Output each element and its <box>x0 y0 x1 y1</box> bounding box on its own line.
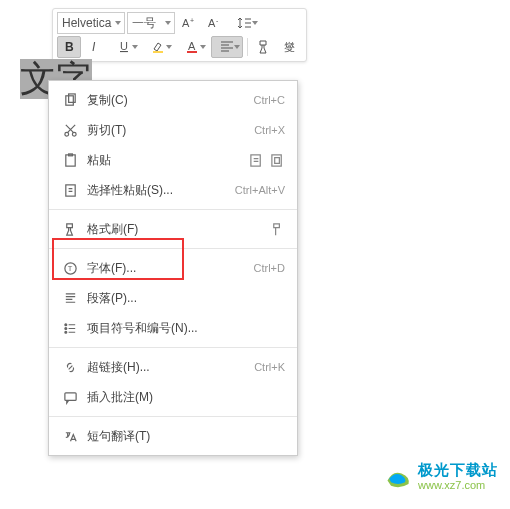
format-painter-button[interactable] <box>252 36 276 58</box>
svg-text:A: A <box>188 40 196 52</box>
svg-rect-11 <box>65 95 73 104</box>
menu-font[interactable]: T 字体(F)... Ctrl+D <box>49 253 297 283</box>
chevron-down-icon <box>252 21 258 25</box>
watermark-url: www.xz7.com <box>418 479 498 491</box>
svg-rect-9 <box>187 51 197 53</box>
font-family-select[interactable]: Helvetica <box>57 12 125 34</box>
svg-text:A: A <box>208 17 216 29</box>
menu-paste[interactable]: 粘贴 <box>49 145 297 175</box>
menu-bullets[interactable]: 项目符号和编号(N)... <box>49 313 297 343</box>
svg-text:B: B <box>65 40 74 54</box>
menu-label: 段落(P)... <box>81 290 285 307</box>
menu-format-painter[interactable]: 格式刷(F) <box>49 214 297 244</box>
menu-label: 超链接(H)... <box>81 359 254 376</box>
menu-separator <box>49 416 297 417</box>
menu-hyperlink[interactable]: 超链接(H)... Ctrl+K <box>49 352 297 382</box>
paste-options <box>249 153 285 168</box>
svg-point-24 <box>64 331 66 333</box>
menu-shortcut: Ctrl+X <box>254 124 285 136</box>
svg-point-14 <box>72 132 76 136</box>
svg-text:I: I <box>92 40 96 54</box>
paste-option-icon[interactable] <box>270 153 285 168</box>
highlight-color-button[interactable] <box>143 36 175 58</box>
menu-label: 粘贴 <box>81 152 249 169</box>
brush-icon <box>59 222 81 237</box>
menu-label: 格式刷(F) <box>81 221 270 238</box>
menu-shortcut: Ctrl+D <box>254 262 285 274</box>
list-icon <box>59 321 81 336</box>
line-spacing-button[interactable] <box>229 12 261 34</box>
translate-icon <box>59 429 81 444</box>
character-format-button[interactable]: 燮 <box>278 36 302 58</box>
copy-icon <box>59 93 81 108</box>
decrease-font-button[interactable]: A- <box>203 12 227 34</box>
menu-separator <box>49 248 297 249</box>
svg-rect-25 <box>64 392 75 400</box>
menu-translate[interactable]: 短句翻译(T) <box>49 421 297 451</box>
chevron-down-icon <box>165 21 171 25</box>
svg-text:+: + <box>190 17 194 24</box>
svg-rect-17 <box>251 154 260 165</box>
menu-shortcut: Ctrl+C <box>254 94 285 106</box>
menu-label: 选择性粘贴(S)... <box>81 182 235 199</box>
brush-option-icon[interactable] <box>270 222 285 237</box>
svg-text:燮: 燮 <box>284 41 295 53</box>
clipboard-icon <box>59 153 81 168</box>
menu-comment[interactable]: 插入批注(M) <box>49 382 297 412</box>
increase-font-button[interactable]: A+ <box>177 12 201 34</box>
logo-icon <box>384 463 412 491</box>
paste-option-icon[interactable] <box>249 153 264 168</box>
underline-button[interactable]: U <box>109 36 141 58</box>
align-button[interactable] <box>211 36 243 58</box>
menu-label: 剪切(T) <box>81 122 254 139</box>
svg-text:T: T <box>67 264 72 273</box>
chevron-down-icon <box>132 45 138 49</box>
link-icon <box>59 360 81 375</box>
chevron-down-icon <box>234 45 240 49</box>
menu-label: 短句翻译(T) <box>81 428 285 445</box>
chevron-down-icon <box>200 45 206 49</box>
paragraph-icon <box>59 291 81 306</box>
menu-cut[interactable]: 剪切(T) Ctrl+X <box>49 115 297 145</box>
menu-label: 字体(F)... <box>81 260 254 277</box>
context-menu: 复制(C) Ctrl+C 剪切(T) Ctrl+X 粘贴 选择性粘贴(S)...… <box>48 80 298 456</box>
scissors-icon <box>59 123 81 138</box>
svg-point-22 <box>64 323 66 325</box>
font-icon: T <box>59 261 81 276</box>
menu-separator <box>49 209 297 210</box>
watermark: 极光下载站 www.xz7.com <box>384 462 498 491</box>
font-size-value: 一号 <box>132 15 156 32</box>
svg-text:-: - <box>216 17 219 24</box>
chevron-down-icon <box>166 45 172 49</box>
paste-special-icon <box>59 183 81 198</box>
svg-point-23 <box>64 327 66 329</box>
svg-rect-7 <box>153 51 163 53</box>
menu-shortcut: Ctrl+K <box>254 361 285 373</box>
menu-copy[interactable]: 复制(C) Ctrl+C <box>49 85 297 115</box>
watermark-title: 极光下载站 <box>418 462 498 479</box>
floating-toolbar: Helvetica 一号 A+ A- B I U A 燮 <box>52 8 307 62</box>
menu-paste-special[interactable]: 选择性粘贴(S)... Ctrl+Alt+V <box>49 175 297 205</box>
menu-separator <box>49 347 297 348</box>
separator <box>247 38 248 56</box>
svg-rect-15 <box>65 154 74 165</box>
menu-label: 插入批注(M) <box>81 389 285 406</box>
svg-text:A: A <box>182 17 190 29</box>
menu-label: 项目符号和编号(N)... <box>81 320 285 337</box>
comment-icon <box>59 390 81 405</box>
chevron-down-icon <box>115 21 121 25</box>
svg-rect-19 <box>65 184 74 195</box>
font-size-select[interactable]: 一号 <box>127 12 175 34</box>
menu-paragraph[interactable]: 段落(P)... <box>49 283 297 313</box>
menu-shortcut: Ctrl+Alt+V <box>235 184 285 196</box>
svg-text:U: U <box>120 40 128 52</box>
font-family-value: Helvetica <box>62 16 111 30</box>
font-color-button[interactable]: A <box>177 36 209 58</box>
svg-point-13 <box>64 132 68 136</box>
menu-label: 复制(C) <box>81 92 254 109</box>
